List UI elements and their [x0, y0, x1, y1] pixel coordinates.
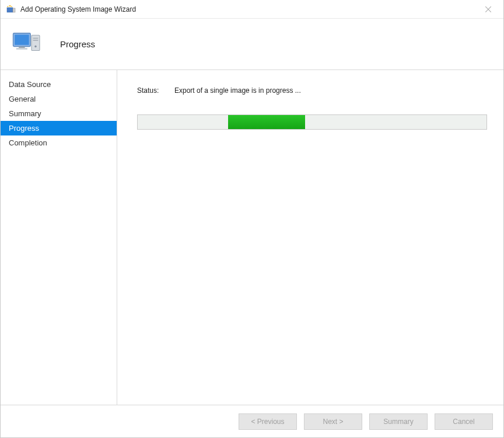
- svg-rect-11: [32, 35, 40, 50]
- cancel-button[interactable]: Cancel: [435, 413, 493, 430]
- svg-rect-10: [16, 48, 27, 50]
- titlebar: Add Operating System Image Wizard: [1, 0, 503, 19]
- svg-rect-8: [15, 34, 29, 45]
- app-icon: [6, 5, 16, 14]
- svg-rect-1: [13, 8, 15, 12]
- svg-rect-12: [33, 37, 38, 39]
- svg-marker-3: [7, 6, 9, 7]
- svg-marker-2: [9, 5, 11, 7]
- status-text: Export of a single image is in progress …: [174, 86, 301, 95]
- wizard-window: Add Operating System Image Wizard: [0, 0, 504, 438]
- svg-rect-13: [33, 40, 38, 41]
- wizard-body: Data Source General Summary Progress Com…: [1, 70, 503, 405]
- next-button[interactable]: Next >: [304, 413, 362, 430]
- sidebar-item-completion[interactable]: Completion: [1, 135, 117, 150]
- svg-rect-0: [7, 8, 13, 12]
- window-title: Add Operating System Image Wizard: [20, 5, 477, 13]
- close-button[interactable]: [477, 1, 500, 18]
- wizard-header: Progress: [1, 19, 503, 70]
- sidebar-item-data-source[interactable]: Data Source: [1, 77, 117, 92]
- summary-button[interactable]: Summary: [369, 413, 428, 430]
- status-row: Status: Export of a single image is in p…: [137, 86, 487, 95]
- status-label: Status:: [137, 86, 174, 95]
- progress-bar: [137, 114, 487, 130]
- sidebar-item-summary[interactable]: Summary: [1, 106, 117, 121]
- sidebar: Data Source General Summary Progress Com…: [1, 70, 117, 405]
- previous-button[interactable]: < Previous: [239, 413, 297, 430]
- sidebar-item-progress[interactable]: Progress: [1, 121, 117, 135]
- svg-point-14: [34, 45, 37, 47]
- page-title: Progress: [60, 39, 95, 49]
- wizard-footer: < Previous Next > Summary Cancel: [1, 405, 503, 437]
- monitor-icon: [11, 28, 44, 61]
- progress-fill: [228, 115, 305, 129]
- sidebar-item-general[interactable]: General: [1, 92, 117, 106]
- content-pane: Status: Export of a single image is in p…: [117, 70, 503, 405]
- svg-marker-4: [10, 6, 12, 7]
- svg-rect-9: [19, 46, 25, 48]
